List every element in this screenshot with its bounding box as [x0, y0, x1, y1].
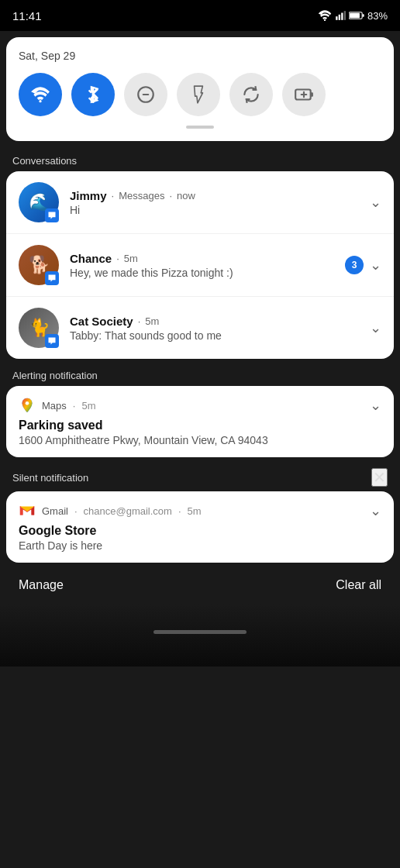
conv-name: Chance [70, 252, 112, 265]
conv-name: Cat Society [70, 315, 133, 328]
list-item[interactable]: 🐕 Chance · 5m Hey, we made this Pizza to… [6, 234, 394, 297]
messages-badge [45, 271, 59, 285]
bottom-action-bar: Manage Clear all [0, 566, 400, 604]
conv-separator: · [116, 253, 119, 264]
notif-app-info: Maps · 5m [19, 397, 95, 414]
list-item[interactable]: 🌊 Jimmy · Messages · now Hi ⌄ [6, 171, 394, 234]
notif-separator: · [74, 505, 78, 517]
svg-point-0 [324, 19, 326, 21]
avatar-wrap-cat: 🐈 [19, 308, 59, 348]
conv-message: Hi [70, 204, 364, 216]
quick-toggle-row [19, 73, 381, 116]
manage-button[interactable]: Manage [19, 578, 64, 592]
signal-status-icon [335, 10, 346, 21]
gmail-icon [19, 502, 36, 519]
conv-time: 5m [145, 315, 159, 327]
conv-app-label: Messages [119, 190, 164, 202]
close-button[interactable]: ✕ [371, 468, 388, 487]
drag-handle[interactable] [186, 126, 214, 129]
svg-marker-3 [341, 13, 343, 20]
bluetooth-toggle[interactable] [71, 73, 115, 116]
notif-separator: · [73, 400, 76, 412]
quick-settings-panel: Sat, Sep 29 [6, 37, 394, 141]
conv-separator: · [169, 190, 172, 202]
conv-separator: · [138, 315, 141, 327]
conversations-label: Conversations [12, 155, 77, 167]
svg-rect-7 [350, 13, 360, 18]
conv-content-cat: Cat Society · 5m Tabby: That sounds good… [70, 315, 364, 342]
avatar-wrap-jimmy: 🌊 [19, 182, 59, 222]
unread-count-badge: 3 [345, 256, 364, 274]
clear-all-button[interactable]: Clear all [336, 578, 381, 592]
chevron-down-icon[interactable]: ⌄ [370, 502, 381, 519]
conv-content-chance: Chance · 5m Hey, we made this Pizza toni… [70, 252, 339, 279]
flashlight-toggle[interactable] [177, 73, 220, 116]
battery-saver-toggle[interactable] [282, 73, 326, 116]
svg-rect-6 [362, 14, 364, 17]
wifi-status-icon [318, 10, 332, 21]
chevron-down-icon[interactable]: ⌄ [370, 319, 381, 336]
autorotate-toggle[interactable] [229, 73, 273, 116]
maps-icon [19, 397, 36, 414]
notif-separator2: · [178, 505, 181, 517]
svg-point-13 [26, 401, 29, 405]
svg-rect-12 [311, 92, 313, 96]
svg-point-8 [39, 100, 41, 102]
gmail-notif-content: Gmail · chance@gmail.com · 5m ⌄ Google S… [6, 491, 394, 563]
notif-body: Earth Day is here [19, 539, 381, 552]
dnd-toggle[interactable] [124, 73, 167, 116]
battery-status-icon [349, 10, 364, 21]
conv-time: 5m [124, 253, 138, 264]
silent-label: Silent notification [12, 472, 88, 484]
alerting-header: Alerting notification [0, 362, 400, 386]
maps-notification-card[interactable]: Maps · 5m ⌄ Parking saved 1600 Amphithea… [6, 386, 394, 457]
messages-badge [45, 208, 59, 222]
chevron-down-icon[interactable]: ⌄ [370, 194, 381, 211]
conversations-header: Conversations [0, 147, 400, 171]
notif-app-info: Gmail · chance@gmail.com · 5m [19, 502, 202, 519]
list-item[interactable]: 🐈 Cat Society · 5m Tabby: That sounds go… [6, 297, 394, 359]
notif-email: chance@gmail.com [84, 505, 172, 517]
notif-app-name: Gmail [42, 505, 68, 517]
conv-app: · [112, 190, 115, 202]
conversations-card: 🌊 Jimmy · Messages · now Hi ⌄ 🐕 [6, 171, 394, 359]
status-icons: 83% [318, 10, 388, 22]
notif-time: 5m [188, 505, 202, 517]
svg-marker-1 [336, 16, 337, 20]
conv-message: Hey, we made this Pizza tonight :) [70, 267, 339, 279]
svg-marker-2 [339, 15, 340, 20]
chevron-down-icon[interactable]: ⌄ [370, 397, 381, 414]
battery-percent: 83% [367, 10, 388, 22]
avatar-wrap-chance: 🐕 [19, 245, 59, 285]
home-indicator[interactable] [153, 630, 247, 634]
conv-actions: 3 ⌄ [345, 256, 381, 274]
svg-rect-10 [143, 94, 150, 95]
status-time: 11:41 [12, 9, 42, 22]
notif-title: Google Store [19, 524, 381, 538]
maps-notif-content: Maps · 5m ⌄ Parking saved 1600 Amphithea… [6, 386, 394, 457]
conv-name: Jimmy [70, 189, 107, 202]
conv-content-jimmy: Jimmy · Messages · now Hi [70, 189, 364, 216]
conv-actions: ⌄ [370, 319, 381, 336]
conv-message: Tabby: That sounds good to me [70, 329, 364, 342]
messages-badge [45, 334, 59, 348]
notif-app-name: Maps [42, 400, 67, 412]
alerting-label: Alerting notification [12, 370, 98, 381]
notif-title: Parking saved [19, 418, 381, 432]
wifi-toggle[interactable] [19, 73, 62, 116]
notif-time: 5m [81, 400, 95, 412]
status-bar: 11:41 83% [0, 0, 400, 31]
svg-marker-4 [344, 11, 346, 20]
bottom-dim-area [0, 604, 400, 666]
date-label: Sat, Sep 29 [19, 50, 381, 62]
chevron-down-icon[interactable]: ⌄ [370, 257, 381, 274]
notif-body: 1600 Amphitheatre Pkwy, Mountain View, C… [19, 434, 381, 446]
conv-time: now [177, 190, 195, 202]
gmail-notification-card[interactable]: Gmail · chance@gmail.com · 5m ⌄ Google S… [6, 491, 394, 563]
conv-actions: ⌄ [370, 194, 381, 211]
silent-header: Silent notification ✕ [0, 460, 400, 491]
